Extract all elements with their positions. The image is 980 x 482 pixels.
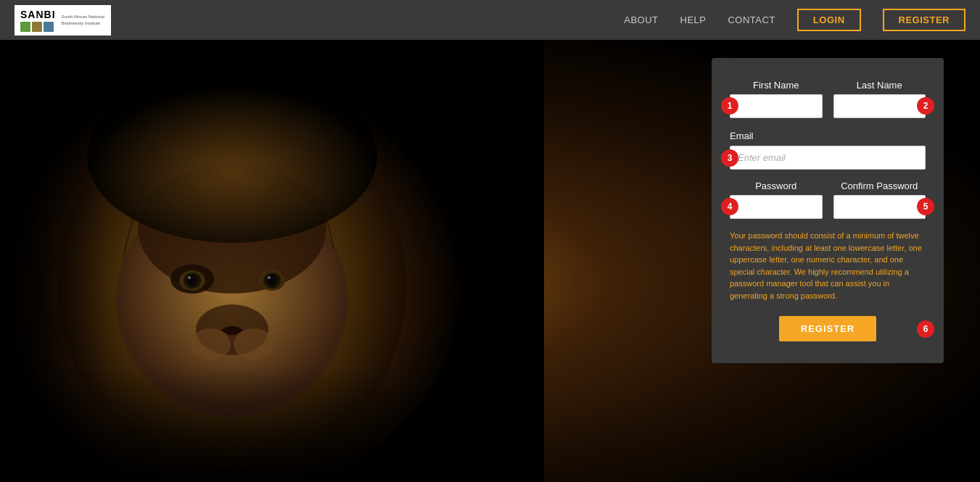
logo-icon-3 (44, 22, 54, 32)
nav-area: ABOUT HELP CONTACT LOGIN REGISTER (624, 9, 965, 31)
nav-about[interactable]: ABOUT (624, 14, 658, 25)
last-name-label: Last Name (833, 80, 926, 91)
password-label: Password (730, 180, 823, 191)
svg-point-15 (190, 328, 231, 360)
password-input[interactable] (730, 195, 823, 219)
register-form-container: 1 First Name Last Name 2 Email 3 4 Passw… (712, 58, 944, 363)
badge-2: 2 (917, 97, 934, 115)
badge-4: 4 (721, 198, 738, 215)
header: SANBI South African National Biodiversit… (0, 0, 980, 40)
logo-text: SANBI (20, 9, 56, 20)
logo-icon-2 (32, 22, 42, 32)
password-group: Password (730, 180, 823, 219)
email-row: Email 3 (730, 129, 926, 170)
first-name-group: First Name (730, 80, 823, 118)
nav-contact[interactable]: CONTACT (728, 14, 775, 25)
register-btn-row: REGISTER 6 (730, 316, 926, 341)
svg-point-17 (87, 69, 377, 243)
password-row: 4 Password Confirm Password 5 (730, 180, 926, 219)
first-name-input[interactable] (730, 94, 823, 118)
svg-point-9 (188, 276, 191, 279)
svg-rect-19 (0, 366, 544, 482)
lion-svg (0, 40, 544, 482)
confirm-password-group: Confirm Password (833, 180, 926, 219)
nav-help[interactable]: HELP (680, 14, 707, 25)
password-hint: Your password should consist of a minimu… (730, 230, 926, 302)
svg-point-13 (268, 276, 271, 279)
main-content: 1 First Name Last Name 2 Email 3 4 Passw… (0, 0, 980, 482)
badge-1: 1 (721, 97, 738, 115)
badge-3: 3 (721, 149, 738, 167)
confirm-password-label: Confirm Password (833, 180, 926, 191)
svg-point-16 (234, 328, 274, 360)
logo-text-group: SANBI (20, 9, 56, 32)
logo-area: SANBI South African National Biodiversit… (15, 5, 111, 36)
last-name-group: Last Name (833, 80, 926, 118)
first-name-label: First Name (730, 80, 823, 91)
logo-box: SANBI South African National Biodiversit… (15, 5, 111, 36)
login-button[interactable]: LOGIN (797, 9, 861, 31)
register-nav-button[interactable]: REGISTER (883, 9, 965, 31)
confirm-password-input[interactable] (833, 195, 926, 219)
last-name-input[interactable] (833, 94, 926, 118)
logo-icon-1 (20, 22, 30, 32)
email-label: Email (730, 130, 754, 141)
badge-5: 5 (917, 198, 934, 215)
register-submit-button[interactable]: REGISTER (779, 316, 876, 341)
badge-6: 6 (917, 320, 934, 338)
name-row: 1 First Name Last Name 2 (730, 80, 926, 118)
logo-subtitle: South African National Biodiversity Inst… (62, 14, 105, 26)
email-input[interactable] (730, 146, 926, 170)
